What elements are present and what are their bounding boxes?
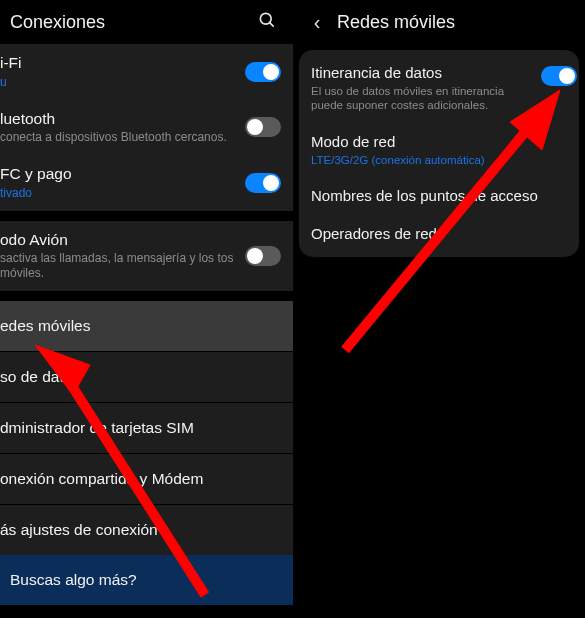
roaming-toggle[interactable]	[541, 66, 577, 86]
sim-manager-row[interactable]: dministrador de tarjetas SIM	[0, 403, 293, 453]
roaming-label: Itinerancia de datos	[311, 64, 531, 82]
operators-label: Operadores de red	[311, 225, 567, 243]
operators-row[interactable]: Operadores de red	[311, 215, 567, 253]
right-title: Redes móviles	[335, 12, 575, 33]
back-icon[interactable]: ‹	[299, 11, 335, 34]
data-usage-row[interactable]: so de datos	[0, 352, 293, 402]
svg-line-1	[270, 22, 274, 26]
bluetooth-row[interactable]: luetooth conecta a dispositivos Bluetoot…	[0, 100, 293, 156]
roaming-row[interactable]: Itinerancia de datos El uso de datos móv…	[311, 54, 567, 123]
nfc-sub: tivado	[0, 186, 235, 201]
mobile-networks-row[interactable]: edes móviles	[0, 301, 293, 351]
more-conn-label: ás ajustes de conexión	[0, 521, 281, 540]
bluetooth-sub: conecta a dispositivos Bluetooth cercano…	[0, 130, 235, 145]
tethering-row[interactable]: onexión compartida y Módem	[0, 454, 293, 504]
nfc-toggle[interactable]	[245, 173, 281, 193]
left-header: Conexiones	[0, 0, 293, 44]
more-conn-row[interactable]: ás ajustes de conexión	[0, 505, 293, 555]
promo-text: Buscas algo más?	[10, 571, 137, 588]
airplane-toggle[interactable]	[245, 246, 281, 266]
roaming-sub: El uso de datos móviles en itinerancia p…	[311, 84, 531, 113]
bluetooth-label: luetooth	[0, 110, 235, 129]
wifi-label: i-Fi	[0, 54, 235, 73]
mobile-networks-label: edes móviles	[0, 317, 281, 336]
data-usage-label: so de datos	[0, 368, 281, 387]
airplane-sub: sactiva las llamadas, la mensajería y lo…	[0, 251, 235, 281]
svg-point-0	[260, 13, 271, 24]
network-mode-row[interactable]: Modo de red LTE/3G/2G (conexión automáti…	[311, 123, 567, 177]
sim-manager-label: dministrador de tarjetas SIM	[0, 419, 281, 438]
tethering-label: onexión compartida y Módem	[0, 470, 281, 489]
network-mode-label: Modo de red	[311, 133, 567, 151]
airplane-label: odo Avión	[0, 231, 235, 250]
wifi-row[interactable]: i-Fi u	[0, 44, 293, 100]
search-icon[interactable]	[257, 10, 283, 35]
network-mode-sub: LTE/3G/2G (conexión automática)	[311, 153, 567, 167]
airplane-row[interactable]: odo Avión sactiva las llamadas, la mensa…	[0, 221, 293, 292]
nfc-row[interactable]: FC y pago tivado	[0, 155, 293, 211]
nfc-label: FC y pago	[0, 165, 235, 184]
bluetooth-toggle[interactable]	[245, 117, 281, 137]
right-header: ‹ Redes móviles	[293, 0, 585, 44]
apn-row[interactable]: Nombres de los puntos de acceso	[311, 177, 567, 215]
apn-label: Nombres de los puntos de acceso	[311, 187, 567, 205]
page-title: Conexiones	[0, 12, 257, 33]
promo-banner[interactable]: Buscas algo más?	[0, 555, 293, 605]
wifi-sub: u	[0, 75, 235, 90]
wifi-toggle[interactable]	[245, 62, 281, 82]
